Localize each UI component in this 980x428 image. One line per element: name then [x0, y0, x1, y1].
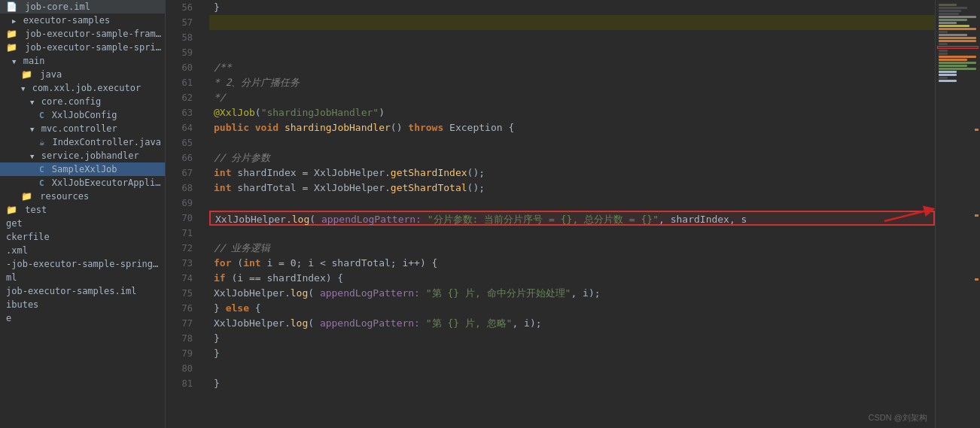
code-line-57 [209, 15, 935, 30]
code-line-63: @XxlJob("shardingJobHandler") [209, 105, 935, 120]
sidebar-item-main[interactable]: ▼ main [0, 54, 165, 68]
class-icon: C [39, 111, 44, 120]
sidebar-item-service-jobhandler[interactable]: ▼ service.jobhandler [0, 149, 165, 162]
folder-icon: 📁 [6, 205, 17, 215]
sidebar-item-ml[interactable]: ml [0, 271, 165, 284]
code-line-70: XxlJobHelper.log( appendLogPattern: "分片参… [209, 211, 935, 226]
file-icon: 📄 [6, 2, 17, 12]
sidebar-item-e[interactable]: e [0, 311, 165, 325]
code-line-81: } [209, 376, 935, 391]
sidebar-item-indexcontroller[interactable]: ☕ IndexController.java [0, 135, 165, 149]
folder-icon: 📁 [21, 69, 32, 80]
editor-content: 56 57 58 59 60 61 62 63 64 65 66 67 68 6… [166, 0, 980, 428]
sidebar-item-frameless[interactable]: 📁 job-executor-sample-frameless [0, 27, 165, 41]
chevron-icon: ▶ [12, 17, 16, 25]
minimap-content [936, 0, 980, 428]
sidebar-item-ibutes[interactable]: ibutes [0, 298, 165, 311]
callout-arrow: 能被管理控制台看 [884, 206, 935, 236]
chevron-down-icon: ▼ [12, 58, 16, 65]
code-line-66: // 分片参数 [209, 150, 935, 165]
sidebar-item-xxljobexecutor[interactable]: C XxlJobExecutorApplication [0, 176, 165, 190]
code-line-76: } else { [209, 301, 935, 316]
java-file-icon: ☕ [39, 137, 44, 147]
code-line-77: XxlJobHelper.log( appendLogPattern: "第 {… [209, 316, 935, 331]
code-line-67: int shardIndex = XxlJobHelper.getShardIn… [209, 165, 935, 181]
class-icon: C [39, 165, 44, 175]
sidebar-item-com-xxl[interactable]: ▼ com.xxl.job.executor [0, 81, 165, 95]
minimap [935, 0, 980, 428]
code-line-60: /** [209, 60, 935, 75]
code-line-79: } [209, 346, 935, 361]
editor-gutter [199, 0, 209, 428]
folder-icon: 📁 [21, 191, 32, 202]
code-line-65 [209, 135, 935, 150]
line-numbers: 56 57 58 59 60 61 62 63 64 65 66 67 68 6… [166, 0, 199, 428]
sidebar-item-test[interactable]: 📁 test [0, 203, 165, 217]
sidebar-item-resources[interactable]: 📁 resources [0, 190, 165, 203]
code-line-72: // 业务逻辑 [209, 241, 935, 256]
code-line-74: if (i == shardIndex) { [209, 271, 935, 286]
sidebar-item-mvc-controller[interactable]: ▼ mvc.controller [0, 122, 165, 135]
file-tree[interactable]: 📄 job-core.iml ▶ executor-samples 📁 job-… [0, 0, 166, 428]
code-line-59 [209, 45, 935, 60]
watermark: CSDN @刘架构 [869, 412, 927, 423]
code-line-68: int shardTotal = XxlJobHelper.getShardTo… [209, 181, 935, 196]
sidebar-item-ckerfile[interactable]: ckerfile [0, 230, 165, 244]
sidebar-item-executor-samples[interactable]: ▶ executor-samples [0, 14, 165, 27]
code-line-56: } [209, 0, 935, 15]
sidebar-item-java[interactable]: 📁 java [0, 68, 165, 81]
class-icon: C [39, 178, 44, 188]
code-editor: 56 57 58 59 60 61 62 63 64 65 66 67 68 6… [166, 0, 980, 428]
chevron-down-icon: ▼ [30, 126, 34, 133]
sidebar-item-xml[interactable]: .xml [0, 244, 165, 257]
code-line-61: * 2、分片广播任务 [209, 75, 935, 90]
code-line-73: for (int i = 0; i < shardTotal; i++) { [209, 256, 935, 271]
code-line-78: } [209, 331, 935, 346]
code-line-62: */ [209, 90, 935, 105]
sidebar-item-job-core-iml[interactable]: 📄 job-core.iml [0, 0, 165, 14]
sidebar-item-springboot[interactable]: 📁 job-executor-sample-springboot [0, 41, 165, 54]
chevron-down-icon: ▼ [30, 99, 34, 106]
svg-line-1 [884, 210, 930, 221]
code-line-64: public void shardingJobHandler() throws … [209, 120, 935, 135]
folder-icon: 📁 [6, 42, 17, 53]
sidebar-item-get[interactable]: get [0, 217, 165, 230]
code-line-80 [209, 361, 935, 376]
code-line-75: XxlJobHelper.log( appendLogPattern: "第 {… [209, 286, 935, 301]
sidebar-item-samplexxljob[interactable]: C SampleXxlJob [0, 162, 165, 176]
sidebar-item-core-config[interactable]: ▼ core.config [0, 95, 165, 108]
code-line-69 [209, 196, 935, 211]
sidebar-item-samples-iml[interactable]: job-executor-samples.iml [0, 284, 165, 298]
chevron-down-icon: ▼ [21, 85, 25, 93]
folder-icon: 📁 [6, 29, 17, 39]
code-content: } /** * 2、分片广播任务 */ @Xxl [209, 0, 935, 428]
sidebar-item-springboot-iml[interactable]: -job-executor-sample-springboot.iml [0, 257, 165, 271]
sidebar-item-xxljobconfig[interactable]: C XxlJobConfig [0, 108, 165, 122]
code-line-71 [209, 226, 935, 241]
code-line-58 [209, 30, 935, 45]
chevron-down-icon: ▼ [30, 153, 34, 160]
